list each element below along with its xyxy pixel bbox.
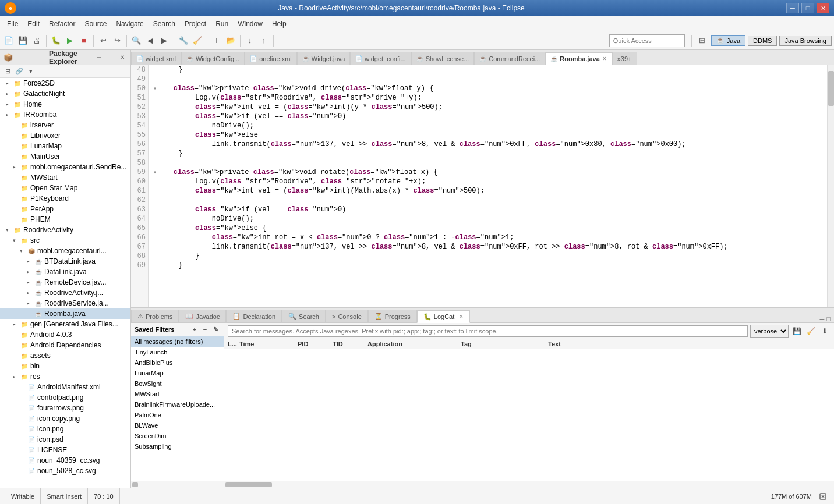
menu-search[interactable]: Search — [149, 18, 180, 30]
clear-logcat-button[interactable]: 🧹 — [805, 325, 817, 337]
tree-item[interactable]: ▾ 📁 src — [0, 235, 130, 246]
fold-arrow[interactable]: ▾ — [153, 169, 157, 176]
tree-item[interactable]: 📄 icon copy.png — [0, 413, 130, 424]
stop-button[interactable]: ■ — [77, 34, 90, 47]
menu-project[interactable]: Project — [180, 18, 211, 30]
close-panel-button[interactable]: ✕ — [118, 53, 127, 62]
filter-item[interactable]: BowSight — [131, 378, 224, 389]
filter-item[interactable]: MWStart — [131, 389, 224, 399]
tree-item[interactable]: 📁 assets — [0, 350, 130, 361]
quick-access-input[interactable] — [609, 34, 685, 47]
tree-item[interactable]: 📄 LICENSE — [0, 445, 130, 455]
navigate-back-button[interactable]: ◀ — [144, 34, 157, 47]
editor-tab[interactable]: ☕ WidgetConfig... — [181, 52, 245, 65]
bottom-maximize-button[interactable]: □ — [826, 315, 831, 322]
redo-button[interactable]: ↪ — [111, 34, 123, 47]
fold-arrow[interactable]: ▾ — [153, 86, 157, 92]
filter-item[interactable]: All messages (no filters) — [131, 336, 224, 347]
bottom-tab-declaration[interactable]: 📋 Declaration — [226, 310, 282, 322]
tab-close-button[interactable]: ✕ — [602, 56, 607, 62]
debug-button[interactable]: 🐛 — [50, 34, 62, 47]
tree-item[interactable]: 📁 MainUser — [0, 151, 130, 162]
tree-item[interactable]: 📁 bin — [0, 361, 130, 371]
tree-item[interactable]: 📁 P1Keyboard — [0, 193, 130, 204]
tree-item[interactable]: 📄 noun_40359_cc.svg — [0, 455, 130, 466]
new-button[interactable]: 📄 — [2, 34, 15, 47]
bottom-tab-logcat[interactable]: 🐛 LogCat ✕ — [417, 310, 470, 323]
verbose-select[interactable]: verbose debug info warn error — [750, 325, 789, 338]
minimize-panel-button[interactable]: ─ — [94, 53, 104, 62]
filter-item[interactable]: LunarMap — [131, 368, 224, 378]
close-button[interactable]: ✕ — [817, 3, 829, 13]
editor-scrollbar[interactable] — [827, 65, 834, 307]
search-toolbar-button[interactable]: 🔍 — [130, 34, 143, 47]
open-resource-button[interactable]: 📂 — [224, 34, 237, 47]
filter-item[interactable]: PalmOne — [131, 410, 224, 420]
tree-item[interactable]: ▸ ☕ RoodriveActivity.j... — [0, 288, 130, 298]
add-filter-button[interactable]: + — [190, 325, 199, 334]
filter-item[interactable]: AndBiblePlus — [131, 357, 224, 368]
bottom-tab-progress[interactable]: ⏳ Progress — [368, 310, 417, 322]
filter-item[interactable]: ScreenDim — [131, 431, 224, 441]
maximize-button[interactable]: □ — [801, 3, 814, 13]
gc-button[interactable] — [817, 490, 829, 503]
tree-item[interactable]: 📁 Android 4.0.3 — [0, 329, 130, 340]
tree-item[interactable]: 📄 AndroidManifest.xml — [0, 382, 130, 392]
filter-item[interactable]: TinyLaunch — [131, 347, 224, 357]
menu-source[interactable]: Source — [80, 18, 111, 30]
tree-item[interactable]: ▸ ☕ RoodriveService.ja... — [0, 298, 130, 308]
navigate-forward-button[interactable]: ▶ — [158, 34, 171, 47]
tree-item[interactable]: ▸ ☕ RemoteDevice.jav... — [0, 277, 130, 288]
tree-item[interactable]: ▸ 📁 mobi.omegacentauri.SendRe... — [0, 162, 130, 172]
editor-tab[interactable]: 📄 oneline.xml — [245, 52, 297, 65]
logcat-horizontal-scrollbar[interactable] — [224, 481, 834, 488]
scroll-to-end-button[interactable]: ⬇ — [819, 325, 831, 337]
tree-item[interactable]: 📄 noun_5028_cc.svg — [0, 466, 130, 476]
minimize-button[interactable]: ─ — [786, 3, 799, 13]
remove-filter-button[interactable]: − — [200, 325, 210, 334]
editor-tab[interactable]: 📄 widget.xml — [131, 52, 181, 65]
logcat-search-input[interactable] — [228, 325, 748, 337]
filter-horizontal-scrollbar[interactable] — [131, 481, 224, 488]
save-button[interactable]: 💾 — [16, 34, 29, 47]
tree-item[interactable]: 📁 Android Dependencies — [0, 340, 130, 350]
print-button[interactable]: 🖨 — [30, 34, 43, 47]
clean-button[interactable]: 🧹 — [191, 34, 204, 47]
tree-item[interactable]: 📁 MWStart — [0, 172, 130, 183]
tree-item[interactable]: 📁 PHEM — [0, 214, 130, 225]
java-browsing-perspective-button[interactable]: Java Browsing — [779, 36, 832, 46]
filter-item[interactable]: BrainlinkFirmwareUploade... — [131, 399, 224, 410]
tree-item[interactable]: 📄 icon.png — [0, 424, 130, 434]
build-button[interactable]: 🔧 — [177, 34, 190, 47]
bottom-minimize-button[interactable]: ─ — [820, 315, 825, 322]
tree-item[interactable]: 📁 PerApp — [0, 204, 130, 214]
tree-item[interactable]: ▸ ☕ BTDataLink.java — [0, 256, 130, 267]
bottom-tab-search[interactable]: 🔍 Search — [282, 310, 326, 322]
java-perspective-button[interactable]: ☕ Java — [711, 35, 745, 46]
bottom-tab-problems[interactable]: ⚠ Problems — [131, 310, 179, 322]
tree-item[interactable]: 📄 fourarrows.png — [0, 403, 130, 413]
menu-navigate[interactable]: Navigate — [111, 18, 148, 30]
editor-tab[interactable]: 📄 widget_confi... — [350, 52, 411, 65]
tree-item[interactable]: 📄 icon.psd — [0, 434, 130, 445]
tree-item[interactable]: ▸ 📁 res — [0, 371, 130, 382]
undo-button[interactable]: ↩ — [97, 34, 109, 47]
filter-item[interactable]: Subsampling — [131, 441, 224, 452]
scroll-thumb[interactable] — [828, 71, 834, 106]
menu-refactor[interactable]: Refactor — [44, 18, 80, 30]
tree-item[interactable]: 📁 irserver — [0, 120, 130, 130]
prev-annotation-button[interactable]: ↑ — [257, 34, 270, 47]
tree-item[interactable]: ▸ ☕ DataLink.java — [0, 267, 130, 277]
run-button[interactable]: ▶ — [63, 34, 76, 47]
bottom-tab-console[interactable]: > Console — [326, 310, 368, 322]
link-editor-button[interactable]: 🔗 — [14, 66, 24, 77]
tree-item[interactable]: 📁 Open Star Map — [0, 183, 130, 193]
tree-item[interactable]: 📁 LunarMap — [0, 141, 130, 151]
editor-tab[interactable]: ☕ Widget.java — [297, 52, 350, 65]
editor-tab[interactable]: ☕ ShowLicense... — [411, 52, 475, 65]
tree-item[interactable]: ▸ 📁 Force2SD — [0, 78, 130, 88]
edit-filter-button[interactable]: ✎ — [211, 325, 220, 334]
editor-tab[interactable]: ☕ CommandRecei... — [474, 52, 545, 65]
tree-item[interactable]: ▸ 📁 GalacticNight — [0, 88, 130, 99]
tree-item[interactable]: ☕ Roomba.java — [0, 308, 130, 319]
